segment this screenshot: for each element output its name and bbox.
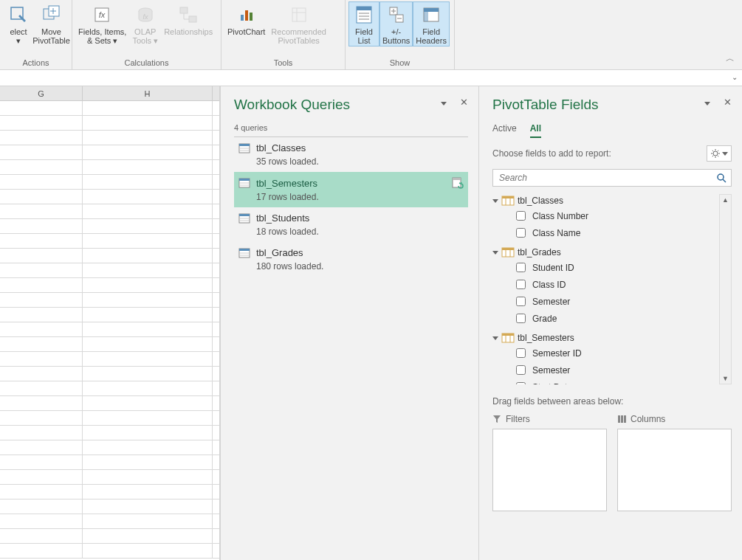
query-item[interactable]: tbl_Students 18 rows loaded. <box>234 207 468 242</box>
field-checkbox[interactable] <box>516 263 526 272</box>
cell[interactable] <box>0 396 83 411</box>
field-checkbox[interactable] <box>516 297 526 306</box>
search-icon[interactable] <box>716 173 726 183</box>
cell[interactable] <box>83 219 213 234</box>
field-checkbox[interactable] <box>516 382 526 384</box>
table-group-header[interactable]: tbl_Grades <box>492 246 719 259</box>
cell[interactable] <box>83 381 213 396</box>
cell[interactable] <box>0 219 83 234</box>
cell[interactable] <box>0 499 83 514</box>
cell[interactable] <box>83 440 213 455</box>
cell[interactable] <box>83 455 213 470</box>
field-checkbox[interactable] <box>516 280 526 289</box>
move-pivottable-button[interactable]: Move PivotTable <box>34 1 69 46</box>
cell[interactable] <box>83 499 213 514</box>
cell[interactable] <box>0 293 83 308</box>
field-item[interactable]: Class Name <box>492 224 719 241</box>
cell[interactable] <box>0 101 83 116</box>
cell[interactable] <box>83 190 213 204</box>
table-group-header[interactable]: tbl_Classes <box>492 194 719 207</box>
cell[interactable] <box>0 322 83 337</box>
cell[interactable] <box>83 352 213 367</box>
cell[interactable] <box>83 485 213 499</box>
field-item[interactable]: Start Date <box>492 378 719 384</box>
cell[interactable] <box>83 426 213 440</box>
cell[interactable] <box>83 145 213 160</box>
search-input-wrapper[interactable] <box>492 169 732 187</box>
cell[interactable] <box>0 352 83 367</box>
field-checkbox[interactable] <box>516 228 526 238</box>
field-checkbox[interactable] <box>516 365 526 375</box>
cell[interactable] <box>83 278 213 293</box>
column-header-g[interactable]: G <box>0 86 83 100</box>
field-item[interactable]: Student ID <box>492 259 719 276</box>
cell[interactable] <box>0 337 83 352</box>
cell[interactable] <box>83 175 213 190</box>
field-item[interactable]: Class Number <box>492 207 719 224</box>
close-icon[interactable]: ✕ <box>460 97 468 108</box>
cell[interactable] <box>0 544 83 559</box>
cell[interactable] <box>0 190 83 204</box>
cell[interactable] <box>0 440 83 455</box>
cell[interactable] <box>0 234 83 249</box>
refresh-icon[interactable] <box>452 177 464 189</box>
plus-minus-buttons-button[interactable]: +/- Buttons <box>379 1 413 46</box>
cell[interactable] <box>0 470 83 485</box>
cell[interactable] <box>0 249 83 263</box>
cell[interactable] <box>83 249 213 263</box>
cell[interactable] <box>0 263 83 278</box>
cell[interactable] <box>0 175 83 190</box>
cell[interactable] <box>83 308 213 322</box>
formula-bar[interactable]: ⌄ <box>0 70 742 86</box>
cell[interactable] <box>83 116 213 131</box>
query-item[interactable]: tbl_Grades 180 rows loaded. <box>234 242 468 277</box>
field-checkbox[interactable] <box>516 211 526 221</box>
tools-dropdown-button[interactable] <box>707 145 732 162</box>
expand-icon[interactable] <box>492 251 498 255</box>
field-item[interactable]: Class ID <box>492 276 719 293</box>
cell[interactable] <box>0 278 83 293</box>
select-button[interactable]: elect ▾ <box>3 1 34 46</box>
table-group-header[interactable]: tbl_Semesters <box>492 331 719 345</box>
cell[interactable] <box>83 514 213 529</box>
cell[interactable] <box>83 322 213 337</box>
cell[interactable] <box>83 470 213 485</box>
cell[interactable] <box>0 160 83 175</box>
cell[interactable] <box>0 367 83 381</box>
cell[interactable] <box>0 204 83 219</box>
recommended-pivottables-button[interactable]: Recommended PivotTables <box>268 1 329 46</box>
pt-menu-icon[interactable] <box>704 97 710 108</box>
query-item[interactable]: tbl_Classes 35 rows loaded. <box>234 137 468 172</box>
cell[interactable] <box>83 263 213 278</box>
field-headers-button[interactable]: Field Headers <box>413 1 450 46</box>
fields-items-sets-button[interactable]: fx Fields, Items, & Sets ▾ <box>75 1 129 46</box>
cell[interactable] <box>83 337 213 352</box>
cell[interactable] <box>83 131 213 145</box>
formula-bar-expand-icon[interactable]: ⌄ <box>732 73 738 81</box>
field-list-scrollbar[interactable]: ▲ ▼ <box>719 194 732 384</box>
tab-active[interactable]: Active <box>492 123 517 138</box>
spreadsheet-grid[interactable]: G H <box>0 86 220 560</box>
field-item[interactable]: Semester <box>492 362 719 378</box>
field-list-button[interactable]: Field List <box>348 1 379 46</box>
filters-drop-area[interactable] <box>492 429 607 511</box>
cell[interactable] <box>0 529 83 544</box>
cell[interactable] <box>83 544 213 559</box>
field-checkbox[interactable] <box>516 314 526 323</box>
pivotchart-button[interactable]: PivotChart <box>224 1 268 38</box>
search-input[interactable] <box>498 172 716 184</box>
cell[interactable] <box>0 455 83 470</box>
cell[interactable] <box>0 514 83 529</box>
cell[interactable] <box>83 396 213 411</box>
cell[interactable] <box>0 131 83 145</box>
relationships-button[interactable]: Relationships <box>161 1 216 38</box>
expand-icon[interactable] <box>492 199 498 203</box>
cell[interactable] <box>83 411 213 426</box>
olap-tools-button[interactable]: fx OLAP Tools ▾ <box>129 1 161 46</box>
cell[interactable] <box>83 204 213 219</box>
cell[interactable] <box>0 308 83 322</box>
cell[interactable] <box>0 145 83 160</box>
cell[interactable] <box>83 234 213 249</box>
close-icon[interactable]: ✕ <box>724 97 732 108</box>
field-item[interactable]: Grade <box>492 310 719 327</box>
